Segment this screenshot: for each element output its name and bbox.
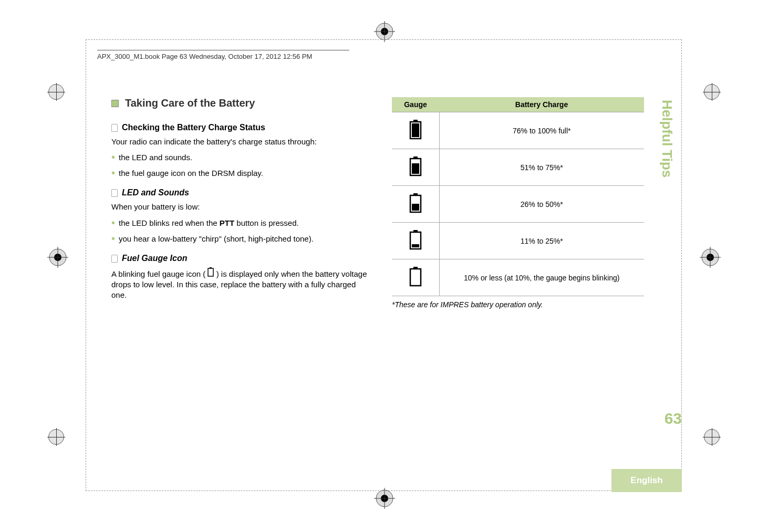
crop-mark-icon [703, 83, 721, 101]
list-item: the LED and sounds. [111, 151, 369, 164]
section-title-text: Taking Care of the Battery [125, 97, 255, 109]
subsection-title: Fuel Gauge Icon [122, 254, 187, 263]
gauge-cell [392, 112, 439, 149]
charge-cell: 10% or less (at 10%, the gauge begins bl… [439, 259, 644, 296]
text-run: button is pressed. [234, 218, 299, 227]
bullet-list: the LED and sounds. the fuel gauge icon … [111, 151, 369, 180]
header-rule [97, 50, 349, 50]
crop-mark-icon [47, 83, 65, 101]
subsection-checking: Checking the Battery Charge Status [111, 123, 369, 132]
body-text: Your radio can indicate the battery's ch… [111, 137, 369, 147]
crop-mark-icon [703, 428, 721, 446]
page-icon [111, 189, 118, 197]
charge-cell: 51% to 75%* [439, 149, 644, 186]
battery-empty-icon [409, 267, 422, 288]
table-row: 11% to 25%* [392, 223, 644, 259]
side-tab: Helpful Tips 63 [659, 100, 679, 394]
text-run: the LED blinks red when the [119, 218, 220, 227]
registration-mark-icon [374, 488, 395, 511]
svg-rect-17 [208, 268, 213, 276]
right-column: Gauge Battery Charge 76% to 100% full* [392, 97, 644, 309]
battery-25-icon [409, 230, 422, 252]
table-row: 76% to 100% full* [392, 112, 644, 149]
table-header-charge: Battery Charge [439, 97, 644, 112]
svg-rect-23 [412, 163, 419, 174]
body-text: A blinking fuel gauge icon ( ) is displa… [111, 267, 369, 301]
svg-rect-26 [412, 204, 419, 211]
battery-50-icon [409, 193, 422, 215]
battery-full-icon [409, 120, 422, 141]
registration-mark-icon [47, 247, 68, 270]
charge-cell: 26% to 50%* [439, 186, 644, 223]
gauge-cell [392, 149, 439, 186]
list-item: the fuel gauge icon on the DRSM display. [111, 167, 369, 180]
crop-mark-icon [47, 428, 65, 446]
table-row: 26% to 50%* [392, 186, 644, 223]
bullet-list: the LED blinks red when the PTT button i… [111, 217, 369, 245]
language-box: English [611, 469, 682, 492]
page-number: 63 [656, 410, 682, 427]
left-column: Taking Care of the Battery Checking the … [111, 97, 369, 305]
footnote: *These are for IMPRES battery operation … [392, 300, 644, 309]
battery-75-icon [409, 157, 422, 178]
battery-empty-icon [207, 267, 214, 279]
table-row: 51% to 75%* [392, 149, 644, 186]
registration-mark-icon [700, 247, 721, 270]
gauge-cell [392, 186, 439, 223]
page-icon [111, 124, 118, 132]
tab-label: Helpful Tips [659, 100, 675, 178]
page-header: APX_3000_M1.book Page 63 Wednesday, Octo… [97, 53, 312, 60]
svg-rect-31 [410, 269, 421, 286]
charge-cell: 11% to 25%* [439, 223, 644, 259]
svg-rect-29 [412, 244, 419, 247]
text-run: A blinking fuel gauge icon ( [111, 269, 207, 278]
charge-cell: 76% to 100% full* [439, 112, 644, 149]
gauge-cell [392, 223, 439, 259]
table-row: 10% or less (at 10%, the gauge begins bl… [392, 259, 644, 296]
section-title: Taking Care of the Battery [111, 97, 369, 109]
table-header-gauge: Gauge [392, 97, 439, 112]
subsection-led-sounds: LED and Sounds [111, 188, 369, 197]
subsection-title: LED and Sounds [122, 188, 189, 197]
svg-rect-20 [412, 123, 419, 137]
text-bold: PTT [220, 218, 234, 227]
page-icon [111, 255, 118, 263]
gauge-cell [392, 259, 439, 296]
battery-table: Gauge Battery Charge 76% to 100% full* [392, 97, 644, 296]
list-item: the LED blinks red when the PTT button i… [111, 217, 369, 230]
language-label: English [630, 475, 662, 486]
subsection-title: Checking the Battery Charge Status [122, 123, 265, 132]
section-marker-icon [111, 100, 119, 107]
body-text: When your battery is low: [111, 202, 369, 212]
subsection-fuel-gauge: Fuel Gauge Icon [111, 254, 369, 263]
list-item: you hear a low-battery "chirp" (short, h… [111, 233, 369, 245]
